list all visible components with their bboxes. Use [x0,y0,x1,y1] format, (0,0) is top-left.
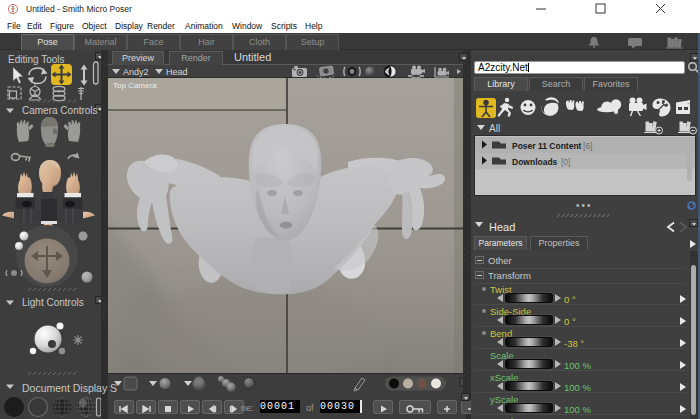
svg-text:[6]: [6] [583,141,592,151]
svg-text:Poser 11 Content: Poser 11 Content [512,141,582,151]
svg-text:Andy2: Andy2 [123,67,149,77]
svg-text:Top Camera: Top Camera [113,81,157,90]
svg-text:Downloads: Downloads [512,157,558,167]
svg-text:[0]: [0] [561,157,570,167]
svg-text:Head: Head [166,67,188,77]
svg-text:All: All [489,123,500,134]
